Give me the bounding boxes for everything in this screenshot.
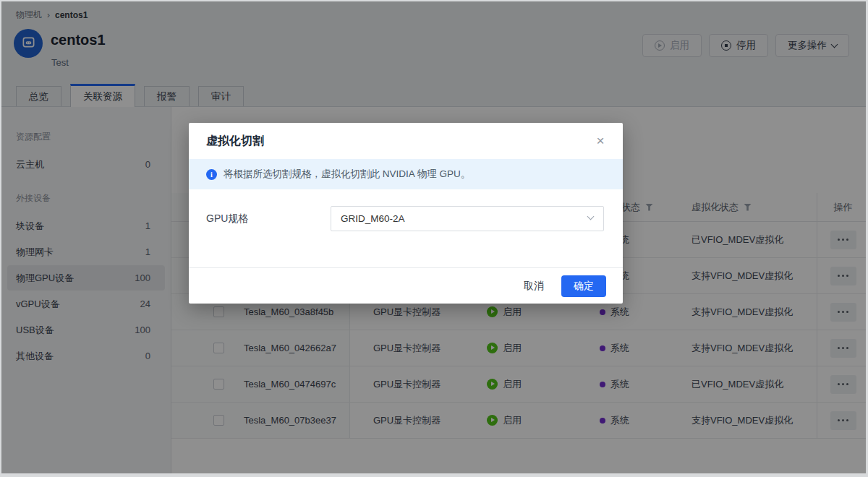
gpu-spec-select[interactable]: GRID_M60-2A bbox=[331, 206, 604, 231]
info-banner-text: 将根据所选切割规格，虚拟化切割此 NVIDIA 物理 GPU。 bbox=[224, 168, 470, 181]
info-banner: i 将根据所选切割规格，虚拟化切割此 NVIDIA 物理 GPU。 bbox=[189, 159, 623, 189]
dialog-header: 虚拟化切割 bbox=[189, 123, 623, 159]
ok-button[interactable]: 确定 bbox=[561, 275, 606, 297]
close-icon[interactable]: × bbox=[591, 132, 610, 150]
dialog-title: 虚拟化切割 bbox=[206, 134, 264, 149]
window-frame: 物理机 › centos1 centos1 Test 启用 bbox=[0, 0, 868, 477]
chevron-down-icon bbox=[587, 213, 595, 220]
cancel-button[interactable]: 取消 bbox=[524, 280, 544, 293]
gpu-spec-value: GRID_M60-2A bbox=[341, 213, 405, 224]
gpu-spec-label: GPU规格 bbox=[206, 212, 248, 225]
virtualization-split-dialog: 虚拟化切割 × i 将根据所选切割规格，虚拟化切割此 NVIDIA 物理 GPU… bbox=[189, 123, 623, 304]
info-icon: i bbox=[206, 169, 217, 180]
dialog-footer: 取消 确定 bbox=[189, 267, 623, 304]
dialog-body: GPU规格 GRID_M60-2A bbox=[189, 189, 623, 267]
